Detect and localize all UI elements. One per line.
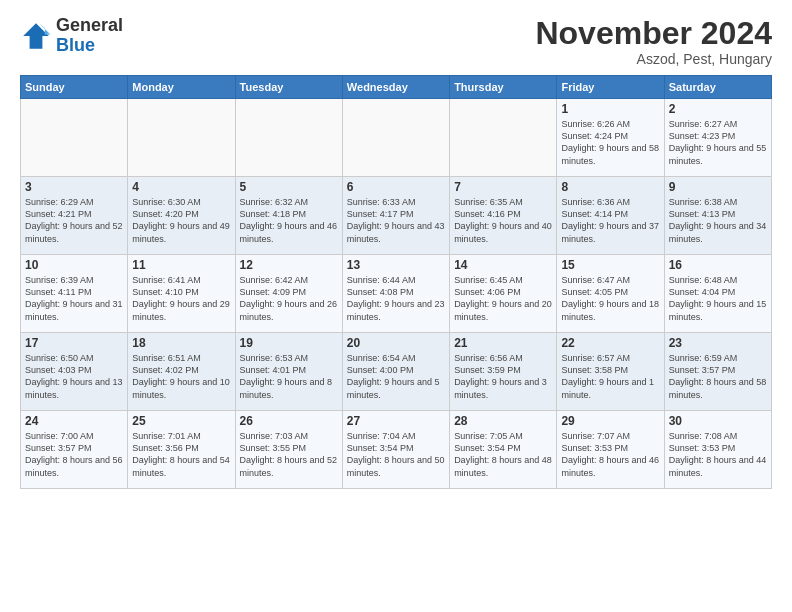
day-info: Sunrise: 6:53 AM Sunset: 4:01 PM Dayligh… bbox=[240, 352, 338, 401]
day-info: Sunrise: 7:01 AM Sunset: 3:56 PM Dayligh… bbox=[132, 430, 230, 479]
day-info: Sunrise: 6:59 AM Sunset: 3:57 PM Dayligh… bbox=[669, 352, 767, 401]
header-friday: Friday bbox=[557, 76, 664, 99]
day-number: 2 bbox=[669, 102, 767, 116]
day-number: 19 bbox=[240, 336, 338, 350]
day-info: Sunrise: 7:07 AM Sunset: 3:53 PM Dayligh… bbox=[561, 430, 659, 479]
table-row bbox=[450, 99, 557, 177]
table-row: 27Sunrise: 7:04 AM Sunset: 3:54 PM Dayli… bbox=[342, 411, 449, 489]
day-info: Sunrise: 6:44 AM Sunset: 4:08 PM Dayligh… bbox=[347, 274, 445, 323]
day-info: Sunrise: 6:51 AM Sunset: 4:02 PM Dayligh… bbox=[132, 352, 230, 401]
day-info: Sunrise: 6:26 AM Sunset: 4:24 PM Dayligh… bbox=[561, 118, 659, 167]
day-info: Sunrise: 6:57 AM Sunset: 3:58 PM Dayligh… bbox=[561, 352, 659, 401]
day-info: Sunrise: 7:03 AM Sunset: 3:55 PM Dayligh… bbox=[240, 430, 338, 479]
day-number: 24 bbox=[25, 414, 123, 428]
logo: General Blue bbox=[20, 16, 123, 56]
day-number: 13 bbox=[347, 258, 445, 272]
day-number: 16 bbox=[669, 258, 767, 272]
table-row: 16Sunrise: 6:48 AM Sunset: 4:04 PM Dayli… bbox=[664, 255, 771, 333]
day-info: Sunrise: 6:27 AM Sunset: 4:23 PM Dayligh… bbox=[669, 118, 767, 167]
calendar-week-row: 17Sunrise: 6:50 AM Sunset: 4:03 PM Dayli… bbox=[21, 333, 772, 411]
table-row: 5Sunrise: 6:32 AM Sunset: 4:18 PM Daylig… bbox=[235, 177, 342, 255]
table-row: 4Sunrise: 6:30 AM Sunset: 4:20 PM Daylig… bbox=[128, 177, 235, 255]
day-info: Sunrise: 6:33 AM Sunset: 4:17 PM Dayligh… bbox=[347, 196, 445, 245]
table-row: 24Sunrise: 7:00 AM Sunset: 3:57 PM Dayli… bbox=[21, 411, 128, 489]
table-row: 29Sunrise: 7:07 AM Sunset: 3:53 PM Dayli… bbox=[557, 411, 664, 489]
table-row: 19Sunrise: 6:53 AM Sunset: 4:01 PM Dayli… bbox=[235, 333, 342, 411]
day-number: 29 bbox=[561, 414, 659, 428]
day-number: 28 bbox=[454, 414, 552, 428]
day-number: 27 bbox=[347, 414, 445, 428]
day-number: 3 bbox=[25, 180, 123, 194]
day-number: 18 bbox=[132, 336, 230, 350]
day-info: Sunrise: 7:05 AM Sunset: 3:54 PM Dayligh… bbox=[454, 430, 552, 479]
calendar-week-row: 1Sunrise: 6:26 AM Sunset: 4:24 PM Daylig… bbox=[21, 99, 772, 177]
calendar-header-row: Sunday Monday Tuesday Wednesday Thursday… bbox=[21, 76, 772, 99]
day-info: Sunrise: 6:42 AM Sunset: 4:09 PM Dayligh… bbox=[240, 274, 338, 323]
calendar-week-row: 10Sunrise: 6:39 AM Sunset: 4:11 PM Dayli… bbox=[21, 255, 772, 333]
page-header: General Blue November 2024 Aszod, Pest, … bbox=[20, 16, 772, 67]
day-info: Sunrise: 6:30 AM Sunset: 4:20 PM Dayligh… bbox=[132, 196, 230, 245]
day-info: Sunrise: 6:29 AM Sunset: 4:21 PM Dayligh… bbox=[25, 196, 123, 245]
day-info: Sunrise: 6:39 AM Sunset: 4:11 PM Dayligh… bbox=[25, 274, 123, 323]
table-row bbox=[21, 99, 128, 177]
table-row: 22Sunrise: 6:57 AM Sunset: 3:58 PM Dayli… bbox=[557, 333, 664, 411]
day-info: Sunrise: 6:48 AM Sunset: 4:04 PM Dayligh… bbox=[669, 274, 767, 323]
table-row: 26Sunrise: 7:03 AM Sunset: 3:55 PM Dayli… bbox=[235, 411, 342, 489]
table-row: 6Sunrise: 6:33 AM Sunset: 4:17 PM Daylig… bbox=[342, 177, 449, 255]
day-number: 22 bbox=[561, 336, 659, 350]
calendar-week-row: 3Sunrise: 6:29 AM Sunset: 4:21 PM Daylig… bbox=[21, 177, 772, 255]
header-wednesday: Wednesday bbox=[342, 76, 449, 99]
day-info: Sunrise: 6:45 AM Sunset: 4:06 PM Dayligh… bbox=[454, 274, 552, 323]
title-area: November 2024 Aszod, Pest, Hungary bbox=[535, 16, 772, 67]
day-info: Sunrise: 6:41 AM Sunset: 4:10 PM Dayligh… bbox=[132, 274, 230, 323]
day-number: 17 bbox=[25, 336, 123, 350]
table-row bbox=[128, 99, 235, 177]
day-info: Sunrise: 6:38 AM Sunset: 4:13 PM Dayligh… bbox=[669, 196, 767, 245]
table-row: 8Sunrise: 6:36 AM Sunset: 4:14 PM Daylig… bbox=[557, 177, 664, 255]
day-number: 4 bbox=[132, 180, 230, 194]
table-row: 11Sunrise: 6:41 AM Sunset: 4:10 PM Dayli… bbox=[128, 255, 235, 333]
table-row: 12Sunrise: 6:42 AM Sunset: 4:09 PM Dayli… bbox=[235, 255, 342, 333]
day-info: Sunrise: 6:32 AM Sunset: 4:18 PM Dayligh… bbox=[240, 196, 338, 245]
table-row: 17Sunrise: 6:50 AM Sunset: 4:03 PM Dayli… bbox=[21, 333, 128, 411]
table-row: 30Sunrise: 7:08 AM Sunset: 3:53 PM Dayli… bbox=[664, 411, 771, 489]
header-monday: Monday bbox=[128, 76, 235, 99]
day-number: 30 bbox=[669, 414, 767, 428]
table-row: 18Sunrise: 6:51 AM Sunset: 4:02 PM Dayli… bbox=[128, 333, 235, 411]
day-number: 26 bbox=[240, 414, 338, 428]
day-number: 6 bbox=[347, 180, 445, 194]
logo-text: General Blue bbox=[56, 16, 123, 56]
day-number: 8 bbox=[561, 180, 659, 194]
table-row: 2Sunrise: 6:27 AM Sunset: 4:23 PM Daylig… bbox=[664, 99, 771, 177]
table-row: 9Sunrise: 6:38 AM Sunset: 4:13 PM Daylig… bbox=[664, 177, 771, 255]
day-info: Sunrise: 6:47 AM Sunset: 4:05 PM Dayligh… bbox=[561, 274, 659, 323]
header-saturday: Saturday bbox=[664, 76, 771, 99]
day-number: 10 bbox=[25, 258, 123, 272]
table-row: 7Sunrise: 6:35 AM Sunset: 4:16 PM Daylig… bbox=[450, 177, 557, 255]
table-row: 15Sunrise: 6:47 AM Sunset: 4:05 PM Dayli… bbox=[557, 255, 664, 333]
day-number: 23 bbox=[669, 336, 767, 350]
day-number: 7 bbox=[454, 180, 552, 194]
table-row: 23Sunrise: 6:59 AM Sunset: 3:57 PM Dayli… bbox=[664, 333, 771, 411]
table-row: 10Sunrise: 6:39 AM Sunset: 4:11 PM Dayli… bbox=[21, 255, 128, 333]
logo-icon bbox=[20, 20, 52, 52]
day-info: Sunrise: 7:08 AM Sunset: 3:53 PM Dayligh… bbox=[669, 430, 767, 479]
table-row bbox=[235, 99, 342, 177]
day-number: 25 bbox=[132, 414, 230, 428]
table-row: 13Sunrise: 6:44 AM Sunset: 4:08 PM Dayli… bbox=[342, 255, 449, 333]
day-info: Sunrise: 7:04 AM Sunset: 3:54 PM Dayligh… bbox=[347, 430, 445, 479]
day-number: 14 bbox=[454, 258, 552, 272]
day-number: 21 bbox=[454, 336, 552, 350]
location: Aszod, Pest, Hungary bbox=[535, 51, 772, 67]
table-row: 20Sunrise: 6:54 AM Sunset: 4:00 PM Dayli… bbox=[342, 333, 449, 411]
svg-marker-0 bbox=[23, 23, 49, 49]
day-number: 1 bbox=[561, 102, 659, 116]
day-info: Sunrise: 6:54 AM Sunset: 4:00 PM Dayligh… bbox=[347, 352, 445, 401]
table-row: 14Sunrise: 6:45 AM Sunset: 4:06 PM Dayli… bbox=[450, 255, 557, 333]
header-tuesday: Tuesday bbox=[235, 76, 342, 99]
day-info: Sunrise: 6:35 AM Sunset: 4:16 PM Dayligh… bbox=[454, 196, 552, 245]
day-number: 15 bbox=[561, 258, 659, 272]
calendar-table: Sunday Monday Tuesday Wednesday Thursday… bbox=[20, 75, 772, 489]
table-row: 21Sunrise: 6:56 AM Sunset: 3:59 PM Dayli… bbox=[450, 333, 557, 411]
day-number: 20 bbox=[347, 336, 445, 350]
